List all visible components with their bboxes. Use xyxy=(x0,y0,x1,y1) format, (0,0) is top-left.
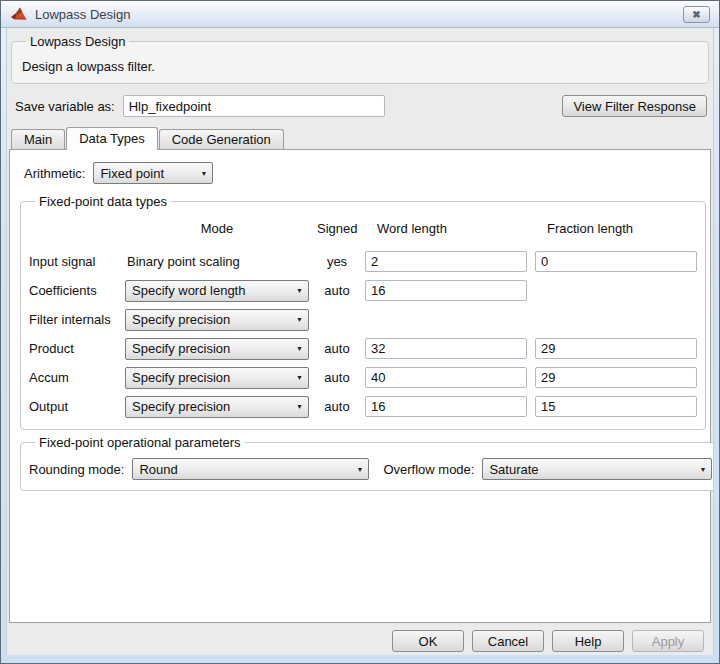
rounding-mode-label: Rounding mode: xyxy=(29,462,124,477)
filter-internals-mode-value: Specify precision xyxy=(132,312,230,327)
coefficients-word-length-field[interactable] xyxy=(365,280,527,301)
tab-data-types[interactable]: Data Types xyxy=(66,127,158,150)
product-mode-value: Specify precision xyxy=(132,341,230,356)
product-signed-value: auto xyxy=(317,341,357,356)
save-variable-input[interactable] xyxy=(123,95,385,117)
row-label-input-signal: Input signal xyxy=(29,254,117,269)
chevron-down-icon: ▼ xyxy=(296,403,303,410)
input-signal-word-length-field[interactable] xyxy=(365,251,527,272)
matlab-logo-icon xyxy=(11,7,28,22)
rounding-mode-select[interactable]: Round ▼ xyxy=(132,458,369,480)
arithmetic-value: Fixed point xyxy=(100,166,164,181)
save-variable-label: Save variable as: xyxy=(15,99,115,114)
coefficients-mode-value: Specify word length xyxy=(132,283,245,298)
help-button[interactable]: Help xyxy=(552,630,624,652)
chevron-down-icon: ▼ xyxy=(296,374,303,381)
table-row: Output Specify precision ▼ auto xyxy=(29,392,697,421)
table-row: Input signal Binary point scaling yes xyxy=(29,247,697,276)
table-header-row: Mode Signed Word length Fraction length xyxy=(29,213,697,243)
chevron-down-icon: ▼ xyxy=(356,466,363,473)
chevron-down-icon: ▼ xyxy=(296,316,303,323)
table-row: Coefficients Specify word length ▼ auto xyxy=(29,276,697,305)
overflow-mode-label: Overflow mode: xyxy=(383,462,474,477)
accum-mode-select[interactable]: Specify precision ▼ xyxy=(125,367,309,389)
close-icon[interactable]: ✖ xyxy=(683,6,710,23)
header-group-title: Lowpass Design xyxy=(26,34,129,49)
data-types-tab-panel: Arithmetic: Fixed point ▼ Fixed-point da… xyxy=(9,149,711,623)
apply-button[interactable]: Apply xyxy=(632,630,704,652)
product-mode-select[interactable]: Specify precision ▼ xyxy=(125,338,309,360)
output-word-length-field[interactable] xyxy=(365,396,527,417)
coefficients-signed-value: auto xyxy=(317,283,357,298)
column-header-signed: Signed xyxy=(317,221,357,236)
chevron-down-icon: ▼ xyxy=(296,345,303,352)
accum-mode-value: Specify precision xyxy=(132,370,230,385)
chevron-down-icon: ▼ xyxy=(296,287,303,294)
row-label-output: Output xyxy=(29,399,117,414)
output-signed-value: auto xyxy=(317,399,357,414)
input-signal-mode-text: Binary point scaling xyxy=(125,254,309,269)
fixed-point-data-types-title: Fixed-point data types xyxy=(35,194,171,209)
output-fraction-length-field[interactable] xyxy=(535,396,697,417)
dialog-window: Lowpass Design ✖ Lowpass Design Design a… xyxy=(0,0,720,664)
dialog-description: Design a lowpass filter. xyxy=(20,59,700,74)
window-title: Lowpass Design xyxy=(35,7,130,22)
dialog-content: Lowpass Design Design a lowpass filter. … xyxy=(6,28,714,655)
overflow-mode-value: Saturate xyxy=(489,462,538,477)
arithmetic-label: Arithmetic: xyxy=(24,166,85,181)
output-mode-select[interactable]: Specify precision ▼ xyxy=(125,396,309,418)
operational-parameters-title: Fixed-point operational parameters xyxy=(35,435,245,450)
operational-parameters-row: Rounding mode: Round ▼ Overflow mode: Sa… xyxy=(29,458,712,480)
tab-bar: Main Data Types Code Generation xyxy=(11,127,713,149)
table-row: Accum Specify precision ▼ auto xyxy=(29,363,697,392)
product-fraction-length-field[interactable] xyxy=(535,338,697,359)
chevron-down-icon: ▼ xyxy=(200,170,207,177)
cancel-button[interactable]: Cancel xyxy=(472,630,544,652)
rounding-mode-value: Round xyxy=(139,462,177,477)
chevron-down-icon: ▼ xyxy=(700,466,707,473)
accum-signed-value: auto xyxy=(317,370,357,385)
tab-code-generation[interactable]: Code Generation xyxy=(159,129,284,149)
title-bar[interactable]: Lowpass Design ✖ xyxy=(1,1,719,28)
output-mode-value: Specify precision xyxy=(132,399,230,414)
footer-button-bar: OK Cancel Help Apply xyxy=(7,623,713,652)
product-word-length-field[interactable] xyxy=(365,338,527,359)
accum-word-length-field[interactable] xyxy=(365,367,527,388)
tab-main[interactable]: Main xyxy=(11,129,65,149)
coefficients-mode-select[interactable]: Specify word length ▼ xyxy=(125,280,309,302)
save-variable-row: Save variable as: View Filter Response xyxy=(15,94,707,118)
arithmetic-select[interactable]: Fixed point ▼ xyxy=(93,162,213,184)
accum-fraction-length-field[interactable] xyxy=(535,367,697,388)
ok-button[interactable]: OK xyxy=(392,630,464,652)
view-filter-response-button[interactable]: View Filter Response xyxy=(562,95,707,117)
row-label-product: Product xyxy=(29,341,117,356)
arithmetic-row: Arithmetic: Fixed point ▼ xyxy=(10,150,710,192)
row-label-accum: Accum xyxy=(29,370,117,385)
filter-internals-mode-select[interactable]: Specify precision ▼ xyxy=(125,309,309,331)
header-group: Lowpass Design Design a lowpass filter. xyxy=(11,34,709,84)
overflow-mode-select[interactable]: Saturate ▼ xyxy=(482,458,712,480)
table-row: Filter internals Specify precision ▼ xyxy=(29,305,697,334)
operational-parameters-group: Fixed-point operational parameters Round… xyxy=(20,435,714,491)
input-signal-fraction-length-field[interactable] xyxy=(535,251,697,272)
table-row: Product Specify precision ▼ auto xyxy=(29,334,697,363)
row-label-coefficients: Coefficients xyxy=(29,283,117,298)
fixed-point-data-types-group: Fixed-point data types Mode Signed Word … xyxy=(20,194,706,430)
column-header-fraction-length: Fraction length xyxy=(535,221,697,236)
row-label-filter-internals: Filter internals xyxy=(29,312,117,327)
input-signal-signed-value: yes xyxy=(317,254,357,269)
column-header-mode: Mode xyxy=(125,221,309,236)
column-header-word-length: Word length xyxy=(365,221,527,236)
